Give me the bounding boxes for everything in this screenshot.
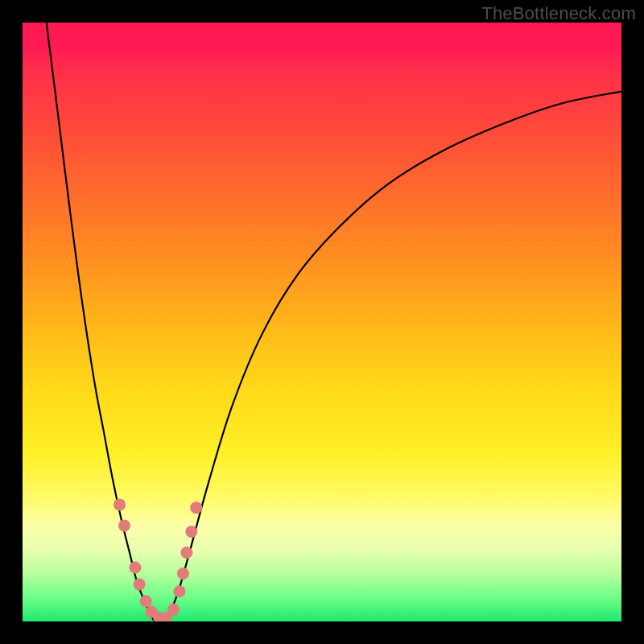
dot (173, 585, 185, 597)
dot (118, 519, 130, 531)
left-curve (47, 23, 155, 621)
watermark-text: TheBottleneck.com (481, 3, 636, 24)
plot-area (23, 23, 621, 621)
dot (180, 547, 192, 559)
dot (185, 526, 197, 538)
dot (129, 562, 141, 574)
highlight-dots (114, 498, 202, 621)
dot (134, 578, 146, 590)
curves-svg (23, 23, 621, 621)
dot (114, 498, 126, 510)
dot (190, 502, 202, 514)
dot (167, 604, 180, 616)
dot (177, 568, 189, 580)
chart-frame: TheBottleneck.com (0, 0, 644, 644)
right-curve (167, 92, 621, 621)
dot (140, 595, 152, 607)
